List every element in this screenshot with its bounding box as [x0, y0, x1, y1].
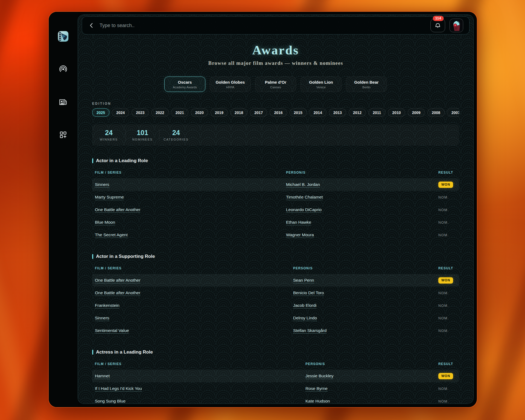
person-link[interactable]: Stellan Skarsgård	[293, 328, 326, 333]
film-link[interactable]: Sinners	[95, 182, 109, 187]
person-link[interactable]: Jacob Elordi	[293, 303, 316, 308]
award-tab-title: Oscars	[168, 80, 201, 84]
award-tab[interactable]: Golden Bear Berlin	[346, 77, 387, 92]
back-button[interactable]	[88, 22, 95, 29]
year-pill[interactable]: 2020	[191, 108, 208, 117]
table-row: Hamnet Jessie Buckley WON	[92, 370, 459, 382]
film-link[interactable]: The Secret Agent	[95, 232, 128, 237]
page-title: Awards	[92, 43, 459, 57]
award-tab[interactable]: Oscars Academy Awards	[164, 77, 205, 92]
result-text-nom: NOM.	[438, 221, 449, 224]
table-header-row: FILM / SERIES PERSON/S RESULT	[92, 167, 459, 178]
table-header-row: FILM / SERIES PERSON/S RESULT	[92, 262, 459, 274]
sidebar-item-apps[interactable]	[57, 128, 70, 141]
sidebar-item-news[interactable]	[57, 95, 70, 109]
film-link[interactable]: Sentimental Value	[95, 328, 129, 333]
result-text-nom: NOM.	[438, 291, 449, 295]
search-input[interactable]	[100, 23, 430, 28]
person-link[interactable]: Wagner Moura	[286, 232, 314, 237]
column-header-result: RESULT	[438, 266, 456, 270]
year-pill[interactable]: 2013	[329, 108, 346, 117]
year-pill[interactable]: 2008	[427, 108, 445, 117]
film-link[interactable]: One Battle after Another	[95, 290, 140, 295]
result-cell: NOM.	[438, 290, 456, 295]
award-tab-title: Golden Globes	[214, 80, 247, 84]
result-cell: WON	[438, 373, 456, 379]
award-tab[interactable]: Golden Lion Venice	[301, 77, 342, 92]
year-pill[interactable]: 2015	[290, 108, 307, 117]
award-tab-subtitle: HFPA	[214, 86, 247, 89]
notifications-button[interactable]: 114	[430, 19, 445, 32]
award-tab-subtitle: Cannes	[259, 86, 292, 89]
table-rows: Sinners Michael B. Jordan WON Marty Supr…	[92, 178, 459, 241]
year-pill[interactable]: 2021	[171, 108, 188, 117]
person-link[interactable]: Leonardo DiCaprio	[286, 207, 322, 212]
year-pill[interactable]: 2022	[151, 108, 168, 117]
year-pill[interactable]: 2017	[250, 108, 267, 117]
stat-categories-value: 24	[159, 129, 193, 137]
year-pill[interactable]: 2025	[92, 108, 109, 117]
category-accent-bar	[92, 158, 93, 163]
year-pill[interactable]: 2024	[112, 108, 129, 117]
sidebar-item-live[interactable]	[57, 63, 70, 76]
film-link[interactable]: Sinners	[95, 316, 109, 320]
main-content: 114	[78, 15, 473, 404]
column-header-person: PERSON/S	[293, 266, 438, 270]
award-tab[interactable]: Golden Globes HFPA	[210, 77, 251, 92]
film-link[interactable]: One Battle after Another	[95, 278, 140, 282]
table-row: Sinners Michael B. Jordan WON	[92, 178, 459, 191]
category-section: Actress in a Leading Role FILM / SERIES …	[92, 349, 459, 404]
sidebar-item-home[interactable]	[57, 30, 70, 43]
award-tab-title: Golden Lion	[305, 80, 337, 84]
person-link[interactable]: Ethan Hawke	[286, 220, 311, 224]
year-pill[interactable]: 2018	[230, 108, 247, 117]
film-link[interactable]: One Battle after Another	[95, 207, 140, 212]
column-header-film: FILM / SERIES	[95, 362, 305, 366]
table-row: One Battle after Another Leonardo DiCapr…	[92, 203, 459, 216]
year-pill[interactable]: 2007	[447, 108, 459, 117]
result-badge-won: WON	[438, 182, 453, 188]
award-tab-title: Golden Bear	[350, 80, 383, 84]
person-link[interactable]: Rose Byrne	[305, 386, 328, 391]
award-tabs: Oscars Academy Awards Golden Globes HFPA…	[92, 77, 459, 92]
category-title: Actor in a Supporting Role	[96, 254, 155, 259]
film-link[interactable]: Blue Moon	[95, 220, 115, 224]
year-pill[interactable]: 2023	[132, 108, 149, 117]
result-cell: NOM.	[438, 303, 456, 308]
edition-label: EDITION	[92, 102, 459, 106]
person-link[interactable]: Michael B. Jordan	[286, 182, 320, 187]
film-link[interactable]: Marty Supreme	[95, 195, 124, 199]
film-link[interactable]: Hamnet	[95, 374, 110, 378]
film-link[interactable]: If I Had Legs I'd Kick You	[95, 386, 142, 391]
year-pill[interactable]: 2014	[309, 108, 326, 117]
result-badge-won: WON	[438, 277, 453, 284]
stat-winners-value: 24	[92, 129, 126, 137]
award-tab[interactable]: Palme d'Or Cannes	[255, 77, 296, 92]
category-accent-bar	[92, 350, 93, 355]
person-link[interactable]: Sean Penn	[293, 278, 314, 282]
person-link[interactable]: Timothée Chalamet	[286, 195, 323, 199]
result-text-nom: NOM.	[438, 208, 449, 212]
year-pill[interactable]: 2012	[349, 108, 366, 117]
year-pill[interactable]: 2016	[270, 108, 287, 117]
stat-nominees: 101 NOMINEES	[126, 129, 159, 141]
year-pill[interactable]: 2009	[408, 108, 425, 117]
column-header-person: PERSON/S	[305, 362, 438, 366]
page-subtitle: Browse all major film awards — winners &…	[92, 60, 459, 66]
grid-add-icon	[59, 130, 68, 139]
sidebar	[49, 12, 78, 407]
column-header-film: FILM / SERIES	[95, 266, 293, 270]
table-row: Frankenstein Jacob Elordi NOM.	[92, 299, 459, 312]
table-row: Sinners Delroy Lindo NOM.	[92, 312, 459, 324]
year-pill[interactable]: 2011	[368, 108, 385, 117]
table-rows: Hamnet Jessie Buckley WON If I Had Legs …	[92, 370, 459, 404]
person-link[interactable]: Delroy Lindo	[293, 316, 317, 320]
person-link[interactable]: Kate Hudson	[305, 399, 330, 403]
person-link[interactable]: Benicio Del Toro	[293, 290, 324, 295]
year-pill[interactable]: 2010	[388, 108, 405, 117]
user-avatar[interactable]	[450, 19, 463, 32]
film-link[interactable]: Frankenstein	[95, 303, 119, 308]
film-link[interactable]: Song Sung Blue	[95, 399, 126, 403]
person-link[interactable]: Jessie Buckley	[305, 374, 334, 378]
year-pill[interactable]: 2019	[211, 108, 228, 117]
